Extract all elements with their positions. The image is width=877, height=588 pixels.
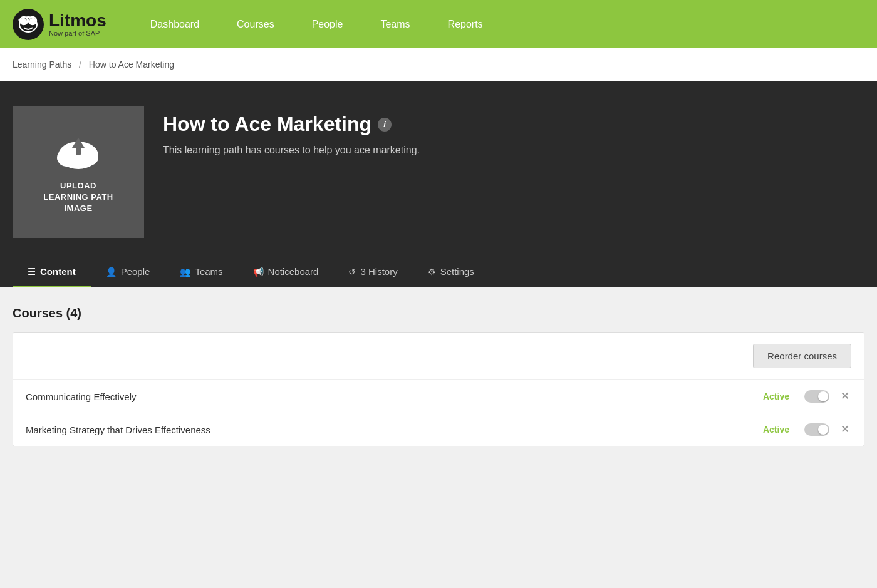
content-tabs: ☰ Content 👤 People 👥 Teams 📢 Noticeboard… [13, 257, 864, 287]
main-content: Courses (4) Reorder courses Communicatin… [0, 287, 877, 538]
info-icon[interactable]: i [378, 118, 392, 132]
brand-text: Litmos Now part of SAP [49, 12, 106, 37]
table-row: Communicating Effectively Active ✕ [13, 380, 864, 413]
svg-point-10 [57, 149, 77, 167]
litmos-logo-icon [13, 9, 44, 40]
tab-content[interactable]: ☰ Content [13, 257, 91, 287]
breadcrumb-parent[interactable]: Learning Paths [13, 59, 71, 70]
tab-people-label: People [121, 266, 150, 277]
nav-link-dashboard[interactable]: Dashboard [132, 0, 218, 48]
tab-settings[interactable]: ⚙ Settings [413, 257, 489, 287]
content-tab-icon: ☰ [28, 267, 36, 277]
tab-noticeboard[interactable]: 📢 Noticeboard [238, 257, 334, 287]
svg-line-8 [19, 19, 20, 21]
nav-item-teams[interactable]: Teams [361, 0, 428, 48]
courses-card: Reorder courses Communicating Effectivel… [13, 332, 864, 446]
reorder-courses-button[interactable]: Reorder courses [753, 344, 851, 368]
svg-point-0 [13, 9, 44, 40]
history-tab-icon: ↺ [348, 267, 356, 277]
main-nav: Dashboard Courses People Teams Reports [132, 0, 502, 48]
course-name: Communicating Effectively [26, 391, 752, 402]
tab-people[interactable]: 👤 People [91, 257, 165, 287]
course-toggle[interactable] [804, 390, 829, 403]
settings-tab-icon: ⚙ [428, 267, 436, 277]
navbar: Litmos Now part of SAP Dashboard Courses… [0, 0, 877, 48]
nav-link-courses[interactable]: Courses [218, 0, 293, 48]
nav-item-reports[interactable]: Reports [429, 0, 502, 48]
upload-image-button[interactable]: UPLOADLEARNING PATHIMAGE [13, 106, 144, 238]
nav-item-dashboard[interactable]: Dashboard [132, 0, 218, 48]
hero-title-text: How to Ace Marketing [163, 113, 371, 136]
breadcrumb: Learning Paths / How to Ace Marketing [0, 48, 877, 81]
nav-link-teams[interactable]: Teams [361, 0, 428, 48]
course-status: Active [752, 425, 789, 435]
brand-subtitle: Now part of SAP [49, 29, 106, 37]
courses-section-title: Courses (4) [13, 306, 864, 321]
course-status: Active [752, 391, 789, 401]
teams-tab-icon: 👥 [180, 267, 190, 277]
hero-title: How to Ace Marketing i [163, 113, 420, 136]
tab-noticeboard-label: Noticeboard [268, 266, 319, 277]
svg-point-11 [81, 150, 98, 165]
nav-item-courses[interactable]: Courses [218, 0, 293, 48]
courses-card-header: Reorder courses [13, 333, 864, 380]
nav-link-reports[interactable]: Reports [429, 0, 502, 48]
people-tab-icon: 👤 [106, 267, 117, 277]
breadcrumb-separator: / [79, 59, 81, 70]
remove-course-button[interactable]: ✕ [838, 423, 851, 436]
course-name: Marketing Strategy that Drives Effective… [26, 425, 752, 435]
tab-teams[interactable]: 👥 Teams [165, 257, 237, 287]
hero-body: UPLOADLEARNING PATHIMAGE How to Ace Mark… [13, 106, 864, 257]
brand-logo[interactable]: Litmos Now part of SAP [13, 9, 106, 40]
tab-settings-label: Settings [440, 266, 474, 277]
breadcrumb-current: How to Ace Marketing [89, 59, 174, 70]
remove-course-button[interactable]: ✕ [838, 390, 851, 403]
upload-image-label: UPLOADLEARNING PATHIMAGE [43, 180, 113, 215]
brand-name: Litmos [49, 12, 106, 29]
noticeboard-tab-icon: 📢 [253, 267, 264, 277]
tab-content-label: Content [40, 266, 76, 277]
hero-description: This learning path has courses to help y… [163, 145, 420, 156]
hero-section: UPLOADLEARNING PATHIMAGE How to Ace Mark… [0, 81, 877, 287]
table-row: Marketing Strategy that Drives Effective… [13, 413, 864, 446]
cloud-upload-icon [53, 130, 103, 173]
nav-link-people[interactable]: People [293, 0, 362, 48]
course-toggle[interactable] [804, 423, 829, 436]
tab-teams-label: Teams [195, 266, 222, 277]
tab-history-label: 3 History [360, 266, 397, 277]
tab-history[interactable]: ↺ 3 History [333, 257, 412, 287]
nav-item-people[interactable]: People [293, 0, 362, 48]
hero-info: How to Ace Marketing i This learning pat… [163, 106, 420, 156]
